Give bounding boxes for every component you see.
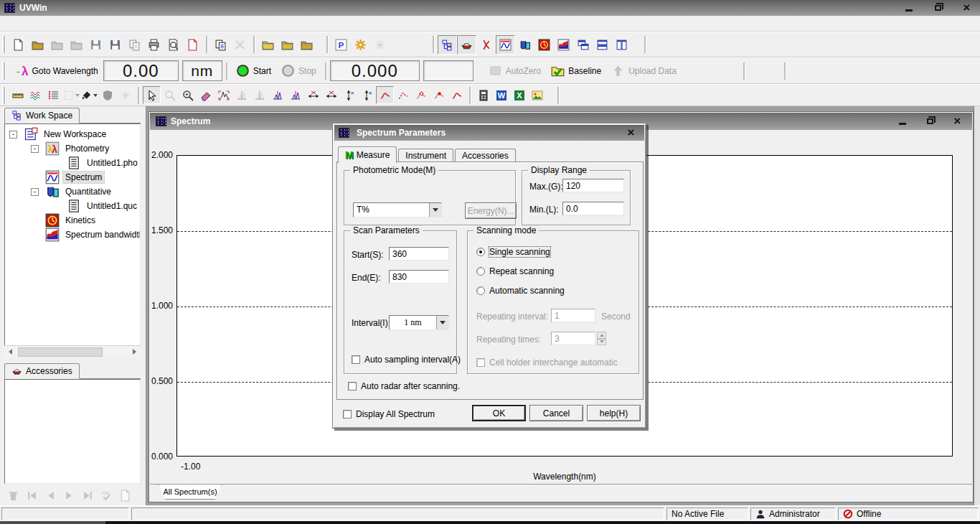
radio-single-scanning[interactable]: Single scanning: [476, 247, 565, 257]
peak-mark-icon[interactable]: [268, 86, 286, 104]
tree-item-photometry[interactable]: - Photometry: [5, 141, 140, 156]
restore-icon[interactable]: [928, 2, 947, 14]
line-dashed-icon[interactable]: [394, 86, 412, 104]
tab-accessories[interactable]: Accessories: [455, 149, 516, 162]
tab-instrument[interactable]: Instrument: [398, 149, 453, 162]
menu-tool[interactable]: [80, 22, 93, 26]
toolbar-grip[interactable]: [2, 36, 6, 53]
last-record-icon[interactable]: [79, 487, 96, 503]
validate-icon[interactable]: [98, 487, 115, 503]
toolbar-grip[interactable]: [2, 62, 6, 80]
close-icon[interactable]: [621, 127, 640, 139]
quantitative-view-icon[interactable]: [515, 35, 534, 55]
page-setup-icon[interactable]: [183, 35, 202, 55]
export-icon[interactable]: [125, 35, 144, 55]
scan-start-field[interactable]: [389, 247, 449, 261]
menu-application[interactable]: [93, 22, 106, 26]
save-file-icon[interactable]: [67, 35, 86, 55]
tree-item-new-workspace[interactable]: - New Workspace: [5, 127, 140, 141]
first-record-icon[interactable]: [23, 487, 40, 503]
menu-graph[interactable]: [42, 22, 55, 26]
menu-file[interactable]: [3, 22, 16, 26]
menu-mathematic-calculation[interactable]: [55, 22, 67, 26]
new-workspace-icon[interactable]: [258, 35, 278, 55]
tile-horizontal-icon[interactable]: [593, 35, 612, 55]
help-button[interactable]: help(H): [587, 405, 641, 421]
scroll-left-icon[interactable]: [4, 346, 17, 357]
open-file-icon[interactable]: [28, 35, 47, 55]
fill-color-icon[interactable]: [80, 86, 98, 104]
shrink-x-icon[interactable]: [322, 86, 340, 104]
new-record-icon[interactable]: [116, 487, 133, 503]
curve-colors-icon[interactable]: [27, 86, 44, 104]
save-icon[interactable]: [86, 35, 105, 55]
tree-expander[interactable]: -: [31, 145, 39, 153]
kinetics-view-icon[interactable]: [534, 35, 554, 55]
autozero-button[interactable]: AutoZero: [484, 62, 546, 80]
previous-record-icon[interactable]: [42, 487, 59, 503]
peak-up-icon[interactable]: [232, 86, 250, 104]
line-marker-diamond-icon[interactable]: [412, 86, 430, 104]
close-file-icon[interactable]: [47, 35, 67, 55]
close-icon[interactable]: [948, 116, 966, 127]
save-all-icon[interactable]: [105, 35, 125, 55]
zoom-scale-icon[interactable]: [179, 86, 197, 104]
energy-button[interactable]: Energy(N)...: [465, 202, 517, 219]
auto-radar-checkbox[interactable]: Auto radar after scanning.: [348, 381, 460, 391]
repeating-times-stepper[interactable]: [597, 332, 606, 345]
menu-help[interactable]: [119, 22, 132, 26]
repeating-times-field[interactable]: [551, 332, 595, 345]
report-view-icon[interactable]: [474, 86, 492, 104]
max-field[interactable]: [562, 179, 624, 192]
line-thin-icon[interactable]: [448, 86, 466, 104]
chevron-down-icon[interactable]: [429, 203, 441, 217]
erase-icon[interactable]: [197, 86, 215, 104]
goto-tool-icon[interactable]: [476, 35, 496, 55]
tree-item-untitled1-pho[interactable]: Untitled1.pho: [5, 156, 140, 170]
toolbar-grip[interactable]: [2, 87, 6, 104]
peak-pick-icon[interactable]: [215, 86, 232, 104]
tab-all-spectrums[interactable]: All Spectrum(s): [159, 485, 222, 500]
interval-select[interactable]: 1 nm: [389, 315, 449, 330]
tab-measure[interactable]: M Measure: [338, 146, 397, 163]
open-workspace-icon[interactable]: [278, 35, 297, 55]
tree-item-kinetics[interactable]: Kinetics: [5, 213, 140, 228]
radio-automatic-scanning[interactable]: Automatic scanning: [476, 286, 565, 296]
tile-vertical-icon[interactable]: [612, 35, 631, 55]
shrink-y-icon[interactable]: [358, 86, 376, 104]
chevron-down-icon[interactable]: [436, 316, 448, 329]
select-region-icon[interactable]: [62, 86, 80, 104]
clear-icon[interactable]: [4, 487, 22, 503]
cell-holder-checkbox[interactable]: Cell holder interchange automatic: [476, 357, 618, 368]
upload-data-button[interactable]: Upload Data: [606, 62, 682, 80]
menu-window[interactable]: [106, 22, 119, 26]
restore-icon[interactable]: [920, 116, 939, 127]
tab-work-space[interactable]: Work Space: [4, 108, 80, 123]
data-list-icon[interactable]: [44, 86, 62, 104]
pointer-icon[interactable]: [143, 86, 161, 104]
minimize-icon[interactable]: [893, 116, 912, 127]
tree-item-untitled1-quc[interactable]: Untitled1.quc: [5, 199, 140, 213]
radio-repeat-scanning[interactable]: Repeat scanning: [476, 266, 565, 276]
bandwidth-view-icon[interactable]: [554, 35, 573, 55]
print-preview-icon[interactable]: [164, 35, 183, 55]
auto-sampling-checkbox[interactable]: Auto sampling interval(A): [352, 355, 461, 365]
copy-icon[interactable]: [211, 35, 230, 55]
start-button[interactable]: Start: [231, 62, 276, 80]
cancel-button[interactable]: Cancel: [529, 405, 583, 421]
photometric-mode-select[interactable]: T%: [353, 202, 442, 217]
export-word-icon[interactable]: [492, 86, 510, 104]
tab-accessories[interactable]: Accessories: [4, 363, 80, 379]
tree-horizontal-scrollbar[interactable]: [4, 345, 141, 357]
settings-gear-icon[interactable]: [351, 35, 370, 55]
tree-expander[interactable]: -: [9, 131, 17, 139]
export-image-icon[interactable]: [528, 86, 546, 104]
scrollbar-thumb[interactable]: [18, 347, 103, 357]
tree-expander[interactable]: -: [31, 188, 39, 196]
close-icon[interactable]: [957, 2, 976, 14]
scan-end-field[interactable]: [389, 270, 449, 284]
wallpaper-icon[interactable]: [331, 35, 351, 55]
minimize-icon[interactable]: [900, 2, 918, 14]
scroll-right-icon[interactable]: [128, 346, 141, 357]
tree-item-spectrum-bandwidth[interactable]: Spectrum bandwidth: [5, 228, 140, 242]
